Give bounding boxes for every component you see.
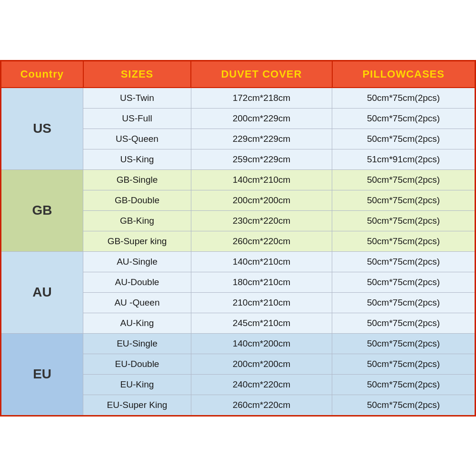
duvet-cell: 240cm*220cm [191, 374, 332, 395]
pillow-cell: 50cm*75cm(2pcs) [332, 251, 476, 272]
pillow-cell: 50cm*75cm(2pcs) [332, 210, 476, 231]
size-cell: EU-Double [83, 354, 191, 374]
table-row: AUAU-Single140cm*210cm50cm*75cm(2pcs) [1, 251, 476, 272]
country-cell: US [1, 88, 83, 170]
country-cell: AU [1, 251, 83, 333]
pillow-cell: 50cm*75cm(2pcs) [332, 395, 476, 416]
table-row: USUS-Twin172cm*218cm50cm*75cm(2pcs) [1, 88, 476, 109]
size-cell: AU-King [83, 313, 191, 333]
duvet-cell: 200cm*200cm [191, 190, 332, 210]
pillow-cell: 50cm*75cm(2pcs) [332, 333, 476, 354]
duvet-cell: 140cm*200cm [191, 333, 332, 354]
duvet-cell: 260cm*220cm [191, 395, 332, 416]
size-chart-table: Country SIZES DUVET COVER PILLOWCASES US… [0, 60, 476, 416]
size-cell: US-Queen [83, 129, 191, 149]
header-row: Country SIZES DUVET COVER PILLOWCASES [1, 60, 476, 88]
size-cell: EU-Super King [83, 395, 191, 416]
header-country: Country [1, 60, 83, 88]
size-cell: AU-Double [83, 272, 191, 292]
duvet-cell: 200cm*200cm [191, 354, 332, 374]
pillow-cell: 50cm*75cm(2pcs) [332, 231, 476, 251]
size-cell: GB-Single [83, 169, 191, 190]
duvet-cell: 229cm*229cm [191, 129, 332, 149]
size-cell: GB-Super king [83, 231, 191, 251]
table-row: GBGB-Single140cm*210cm50cm*75cm(2pcs) [1, 169, 476, 190]
pillow-cell: 50cm*75cm(2pcs) [332, 190, 476, 210]
header-sizes: SIZES [83, 60, 191, 88]
pillow-cell: 50cm*75cm(2pcs) [332, 88, 476, 109]
size-cell: GB-Double [83, 190, 191, 210]
duvet-cell: 259cm*229cm [191, 149, 332, 169]
pillow-cell: 51cm*91cm(2pcs) [332, 149, 476, 169]
pillow-cell: 50cm*75cm(2pcs) [332, 292, 476, 313]
pillow-cell: 50cm*75cm(2pcs) [332, 169, 476, 190]
pillow-cell: 50cm*75cm(2pcs) [332, 129, 476, 149]
duvet-cell: 140cm*210cm [191, 169, 332, 190]
table-row: EUEU-Single140cm*200cm50cm*75cm(2pcs) [1, 333, 476, 354]
country-cell: EU [1, 333, 83, 416]
duvet-cell: 172cm*218cm [191, 88, 332, 109]
pillow-cell: 50cm*75cm(2pcs) [332, 272, 476, 292]
size-cell: EU-King [83, 374, 191, 395]
size-cell: US-Full [83, 108, 191, 129]
size-cell: AU-Single [83, 251, 191, 272]
duvet-cell: 180cm*210cm [191, 272, 332, 292]
size-cell: AU -Queen [83, 292, 191, 313]
size-cell: US-King [83, 149, 191, 169]
pillow-cell: 50cm*75cm(2pcs) [332, 354, 476, 374]
size-cell: EU-Single [83, 333, 191, 354]
duvet-cell: 140cm*210cm [191, 251, 332, 272]
pillow-cell: 50cm*75cm(2pcs) [332, 313, 476, 333]
duvet-cell: 260cm*220cm [191, 231, 332, 251]
duvet-cell: 245cm*210cm [191, 313, 332, 333]
pillow-cell: 50cm*75cm(2pcs) [332, 108, 476, 129]
size-cell: GB-King [83, 210, 191, 231]
size-cell: US-Twin [83, 88, 191, 109]
duvet-cell: 230cm*220cm [191, 210, 332, 231]
header-pillowcases: PILLOWCASES [332, 60, 476, 88]
country-cell: GB [1, 169, 83, 251]
duvet-cell: 200cm*229cm [191, 108, 332, 129]
header-duvet: DUVET COVER [191, 60, 332, 88]
pillow-cell: 50cm*75cm(2pcs) [332, 374, 476, 395]
duvet-cell: 210cm*210cm [191, 292, 332, 313]
